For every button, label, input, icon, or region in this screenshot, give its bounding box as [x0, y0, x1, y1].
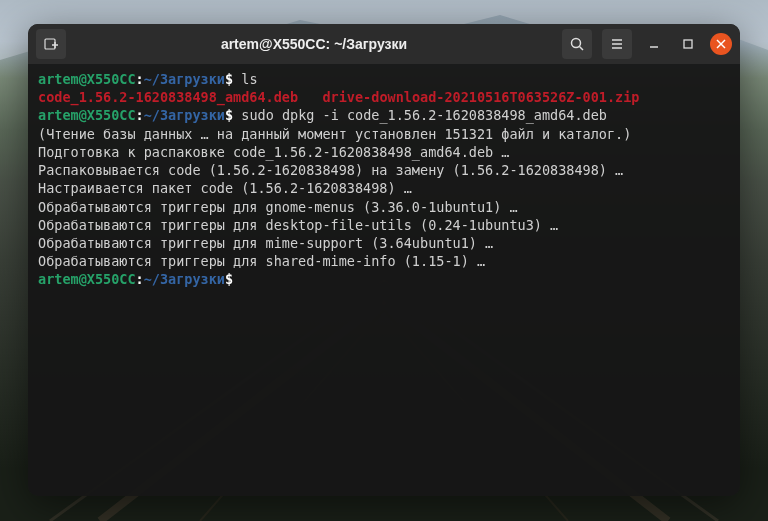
new-tab-button[interactable] — [36, 29, 66, 59]
prompt-colon: : — [136, 271, 144, 287]
dpkg-output-line: Настраивается пакет code (1.56.2-1620838… — [38, 179, 730, 197]
prompt-line-2: artem@X550CC:~/Загрузки$ sudo dpkg -i co… — [38, 106, 730, 124]
svg-rect-6 — [45, 39, 55, 49]
minimize-button[interactable] — [642, 32, 666, 56]
prompt-path: ~/Загрузки — [144, 71, 225, 87]
maximize-button[interactable] — [676, 32, 700, 56]
prompt-user-host: artem@X550CC — [38, 271, 136, 287]
prompt-line-1: artem@X550CC:~/Загрузки$ ls — [38, 70, 730, 88]
ls-file-zip: drive-download-20210516T063526Z-001.zip — [322, 89, 639, 105]
titlebar: artem@X550CC: ~/Загрузки — [28, 24, 740, 64]
dpkg-output-line: Обрабатываются триггеры для desktop-file… — [38, 216, 730, 234]
prompt-colon: : — [136, 71, 144, 87]
dpkg-output-line: Обрабатываются триггеры для mime-support… — [38, 234, 730, 252]
command-ls: ls — [241, 71, 257, 87]
dpkg-output-line: Распаковывается code (1.56.2-1620838498)… — [38, 161, 730, 179]
prompt-dollar: $ — [225, 107, 233, 123]
svg-point-9 — [572, 39, 581, 48]
prompt-path: ~/Загрузки — [144, 271, 225, 287]
svg-line-10 — [580, 47, 584, 51]
prompt-path: ~/Загрузки — [144, 107, 225, 123]
prompt-colon: : — [136, 107, 144, 123]
prompt-user-host: artem@X550CC — [38, 107, 136, 123]
dpkg-output-line: Обрабатываются триггеры для gnome-menus … — [38, 198, 730, 216]
dpkg-output-line: Обрабатываются триггеры для shared-mime-… — [38, 252, 730, 270]
terminal-body[interactable]: artem@X550CC:~/Загрузки$ ls code_1.56.2-… — [28, 64, 740, 496]
menu-button[interactable] — [602, 29, 632, 59]
command-dpkg: sudo dpkg -i code_1.56.2-1620838498_amd6… — [241, 107, 607, 123]
svg-rect-15 — [684, 40, 692, 48]
prompt-user-host: artem@X550CC — [38, 71, 136, 87]
prompt-dollar: $ — [225, 271, 233, 287]
dpkg-output-line: (Чтение базы данных … на данный момент у… — [38, 125, 730, 143]
prompt-line-3: artem@X550CC:~/Загрузки$ — [38, 270, 730, 288]
dpkg-output-line: Подготовка к распаковке code_1.56.2-1620… — [38, 143, 730, 161]
ls-file-deb: code_1.56.2-1620838498_amd64.deb — [38, 89, 298, 105]
ls-output-line: code_1.56.2-1620838498_amd64.deb drive-d… — [38, 88, 730, 106]
prompt-dollar: $ — [225, 71, 233, 87]
close-button[interactable] — [710, 33, 732, 55]
window-title: artem@X550CC: ~/Загрузки — [74, 36, 554, 52]
terminal-window: artem@X550CC: ~/Загрузки artem@X550CC:~/… — [28, 24, 740, 496]
search-button[interactable] — [562, 29, 592, 59]
